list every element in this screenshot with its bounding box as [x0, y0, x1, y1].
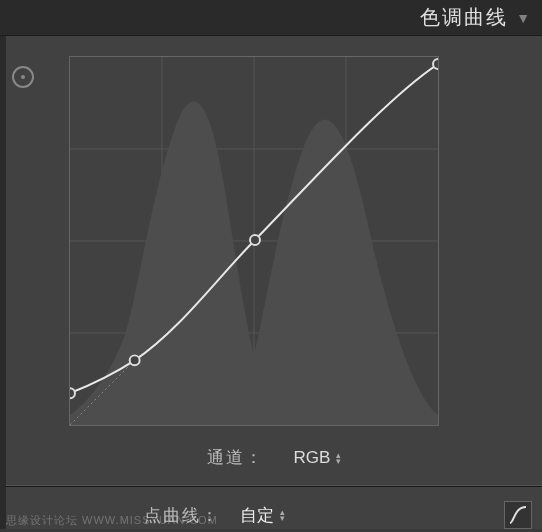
channel-row: 通道： RGB ▴▾	[6, 446, 542, 469]
panel-header: 色调曲线 ▼	[0, 0, 542, 36]
panel-title: 色调曲线	[420, 4, 508, 31]
collapse-triangle-icon[interactable]: ▼	[516, 10, 530, 26]
channel-value-text: RGB	[294, 448, 331, 468]
channel-dropdown[interactable]: RGB ▴▾	[294, 448, 342, 468]
curve-point-highlights[interactable]	[433, 59, 438, 69]
curve-mode-toggle-button[interactable]	[504, 501, 532, 529]
curve-point-mid[interactable]	[250, 235, 260, 245]
curve-point-darks[interactable]	[130, 355, 140, 365]
updown-icon: ▴▾	[336, 452, 341, 464]
updown-icon: ▴▾	[280, 509, 285, 521]
curve-row	[6, 56, 542, 426]
point-curve-dropdown[interactable]: 自定 ▴▾	[240, 504, 285, 527]
curve-editor[interactable]	[69, 56, 439, 426]
point-curve-label: 点曲线：	[144, 504, 220, 527]
point-curve-value-text: 自定	[240, 504, 274, 527]
targeted-adjustment-icon[interactable]	[12, 66, 34, 88]
point-curve-row: 点曲线： 自定 ▴▾	[6, 487, 542, 529]
tone-curve-panel: 通道： RGB ▴▾ 点曲线： 自定 ▴▾	[0, 36, 542, 529]
channel-label: 通道：	[207, 446, 264, 469]
curve-point-shadows[interactable]	[70, 388, 75, 398]
curve-mode-icon	[508, 505, 528, 525]
curve-svg	[70, 57, 438, 425]
